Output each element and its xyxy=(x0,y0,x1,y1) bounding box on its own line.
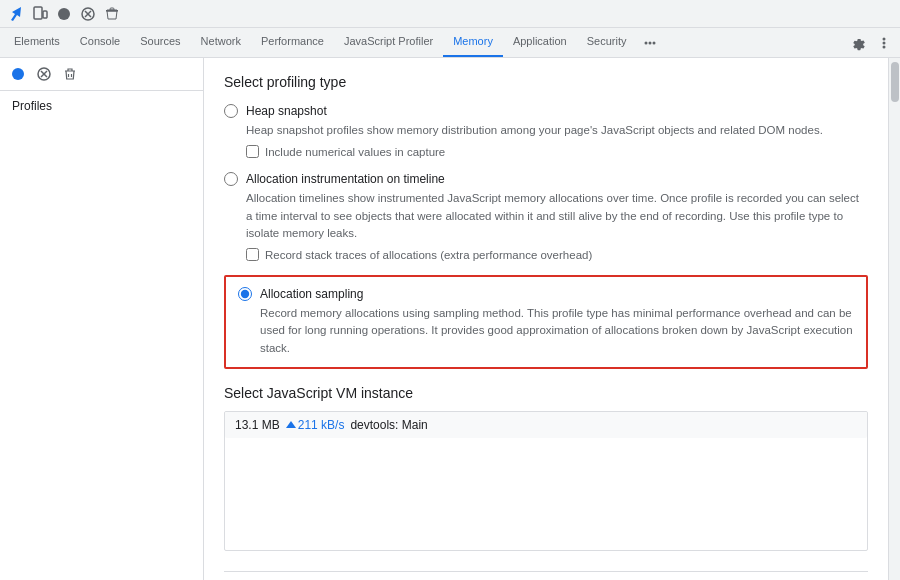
tab-console[interactable]: Console xyxy=(70,27,130,57)
top-toolbar xyxy=(0,0,900,28)
tab-security[interactable]: Security xyxy=(577,27,637,57)
tab-elements[interactable]: Elements xyxy=(4,27,70,57)
main-area: Profiles Select profiling type Heap snap… xyxy=(0,58,900,580)
allocation-timeline-checkbox-row: Record stack traces of allocations (extr… xyxy=(246,248,868,261)
scrollbar-track[interactable] xyxy=(888,58,900,580)
content-area: Select profiling type Heap snapshot Heap… xyxy=(204,58,888,580)
svg-point-10 xyxy=(883,37,886,40)
svg-rect-1 xyxy=(43,11,47,18)
sidebar: Profiles xyxy=(0,58,204,580)
allocation-sampling-radio[interactable] xyxy=(238,287,252,301)
record-btn[interactable] xyxy=(52,2,76,26)
svg-point-8 xyxy=(649,41,652,44)
footer-bar: 13.1 MB 211 kB/s Total JS heap size xyxy=(224,571,868,580)
allocation-timeline-desc: Allocation timelines show instrumented J… xyxy=(246,190,868,242)
tab-memory[interactable]: Memory xyxy=(443,27,503,57)
tab-application[interactable]: Application xyxy=(503,27,577,57)
allocation-sampling-box: Allocation sampling Record memory alloca… xyxy=(224,275,868,369)
allocation-sampling-desc: Record memory allocations using sampling… xyxy=(260,305,854,357)
vm-mb: 13.1 MB xyxy=(235,418,280,432)
sidebar-toolbar xyxy=(0,58,203,91)
device-toggle-btn[interactable] xyxy=(28,2,52,26)
svg-point-11 xyxy=(883,41,886,44)
allocation-sampling-label[interactable]: Allocation sampling xyxy=(238,287,854,301)
settings-icon[interactable] xyxy=(846,31,870,55)
svg-point-7 xyxy=(645,41,648,44)
scrollbar-thumb[interactable] xyxy=(891,62,899,102)
svg-point-2 xyxy=(58,8,70,20)
profiles-label: Profiles xyxy=(0,91,203,121)
include-numerical-label: Include numerical values in capture xyxy=(265,146,445,158)
allocation-sampling-option: Allocation sampling Record memory alloca… xyxy=(238,287,854,357)
heap-snapshot-desc: Heap snapshot profiles show memory distr… xyxy=(246,122,868,139)
include-numerical-checkbox[interactable] xyxy=(246,145,259,158)
vm-section-title: Select JavaScript VM instance xyxy=(224,385,868,401)
vm-instance-list: 13.1 MB 211 kB/s devtools: Main xyxy=(224,411,868,551)
tab-sources[interactable]: Sources xyxy=(130,27,190,57)
stop-recording-sidebar-btn[interactable] xyxy=(32,62,56,86)
allocation-timeline-text: Allocation instrumentation on timeline xyxy=(246,172,445,186)
inspect-element-btn[interactable] xyxy=(4,2,28,26)
svg-point-13 xyxy=(12,68,24,80)
svg-rect-6 xyxy=(106,10,118,12)
vm-rate-arrow-icon xyxy=(286,421,296,428)
vm-instance-row[interactable]: 13.1 MB 211 kB/s devtools: Main xyxy=(225,412,867,438)
heap-snapshot-label[interactable]: Heap snapshot xyxy=(224,104,868,118)
start-recording-sidebar-btn[interactable] xyxy=(6,62,30,86)
stop-btn[interactable] xyxy=(76,2,100,26)
devtools-settings xyxy=(846,31,896,55)
heap-snapshot-radio[interactable] xyxy=(224,104,238,118)
tab-network[interactable]: Network xyxy=(191,27,251,57)
allocation-sampling-text: Allocation sampling xyxy=(260,287,363,301)
vm-rate-value: 211 kB/s xyxy=(298,418,345,432)
vm-name: devtools: Main xyxy=(350,418,427,432)
record-stack-traces-checkbox[interactable] xyxy=(246,248,259,261)
heap-snapshot-text: Heap snapshot xyxy=(246,104,327,118)
clear-all-sidebar-btn[interactable] xyxy=(58,62,82,86)
tab-performance[interactable]: Performance xyxy=(251,27,334,57)
svg-point-12 xyxy=(883,45,886,48)
section-title: Select profiling type xyxy=(224,74,868,90)
allocation-timeline-label[interactable]: Allocation instrumentation on timeline xyxy=(224,172,868,186)
heap-snapshot-checkbox-row: Include numerical values in capture xyxy=(246,145,868,158)
more-tabs-btn[interactable] xyxy=(638,31,662,55)
record-stack-traces-label: Record stack traces of allocations (extr… xyxy=(265,249,592,261)
tab-bar: Elements Console Sources Network Perform… xyxy=(0,28,900,58)
more-options-icon[interactable] xyxy=(872,31,896,55)
svg-rect-0 xyxy=(34,7,42,19)
tab-js-profiler[interactable]: JavaScript Profiler xyxy=(334,27,443,57)
allocation-timeline-radio[interactable] xyxy=(224,172,238,186)
svg-point-9 xyxy=(653,41,656,44)
allocation-timeline-option: Allocation instrumentation on timeline A… xyxy=(224,172,868,261)
clear-btn[interactable] xyxy=(100,2,124,26)
heap-snapshot-option: Heap snapshot Heap snapshot profiles sho… xyxy=(224,104,868,158)
vm-rate: 211 kB/s xyxy=(286,418,345,432)
